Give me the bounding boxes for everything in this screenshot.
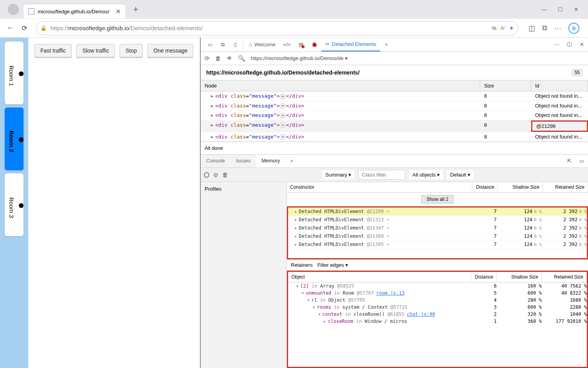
detached-icon: ✂ — [325, 41, 330, 47]
add-tab-button[interactable]: + — [380, 38, 393, 51]
constructor-row[interactable]: ▸Detached HTMLDivElement @21395 ✂71240 %… — [288, 240, 587, 249]
profiles-sidebar: Profiles — [201, 182, 287, 368]
new-tab-button[interactable]: + — [130, 3, 142, 16]
col-node[interactable]: Node — [201, 80, 480, 91]
tab-close-icon[interactable]: ✕ — [116, 8, 121, 15]
col-shallow[interactable]: Shallow Size — [498, 182, 543, 192]
constructor-row[interactable]: ▸Detached HTMLDivElement @21347 ✂71240 %… — [288, 224, 587, 232]
network-icon: ▤ — [299, 42, 303, 47]
devtools-help-icon[interactable]: ⓘ — [563, 38, 575, 51]
room-label: Room 3 — [8, 197, 15, 218]
maximize-button[interactable]: ☐ — [558, 6, 563, 13]
search-icon[interactable]: 🔍 — [238, 55, 245, 62]
tab-console[interactable]: Console — [201, 155, 230, 168]
retainers-wrap: Object Distance Shallow Size Retained Si… — [287, 271, 588, 368]
add-drawer-tab[interactable]: + — [285, 155, 298, 168]
trash-icon[interactable]: 🗑 — [215, 55, 221, 62]
room-button-2[interactable]: Room 2 — [5, 107, 24, 170]
minimize-button[interactable]: — — [541, 6, 547, 13]
col-retained-2[interactable]: Retained Size — [542, 272, 587, 282]
detached-table-body: ▸<div class="message">⋯</div>8Object not… — [201, 91, 588, 142]
slow-traffic-button[interactable]: Slow traffic — [76, 44, 115, 57]
tab-welcome[interactable]: ⌂ Welcome — [245, 38, 279, 51]
one-message-button[interactable]: One message — [147, 44, 193, 57]
fast-traffic-button[interactable]: Fast traffic — [34, 44, 72, 57]
more-menu-icon[interactable]: ⋯ — [554, 24, 561, 33]
status-dot — [19, 71, 24, 76]
retainer-row[interactable]: ▾context in closeRoom() @61855chat.js:90… — [288, 311, 587, 318]
col-shallow-2[interactable]: Shallow Size — [497, 272, 542, 282]
memory-right: Constructor Distance Shallow Size Retain… — [287, 182, 588, 368]
clear-icon[interactable]: ⊘ — [213, 171, 218, 179]
frame-selector[interactable]: https://microsoftedge.github.io/Demos/de — [251, 55, 348, 61]
url-bar[interactable]: 🔒 https://microsoftedge.github.io/Demos/… — [36, 21, 518, 35]
profile-avatar[interactable] — [8, 4, 19, 15]
col-id[interactable]: Id — [531, 80, 588, 91]
favorite-icon[interactable]: ★ — [509, 25, 514, 31]
dock-icon[interactable]: ▯ — [229, 38, 241, 51]
page-buttons: Fast traffic Slow traffic Stop One messa… — [34, 44, 194, 57]
table-row[interactable]: ▸<div class="message">⋯</div>8Object not… — [201, 111, 588, 120]
refresh-icon[interactable]: ⟳ — [205, 55, 210, 62]
gc-icon[interactable]: 🗑 — [222, 171, 228, 178]
elements-icon: </> — [283, 42, 291, 47]
class-filter-input[interactable] — [358, 170, 405, 180]
col-distance-2[interactable]: Distance — [471, 272, 497, 282]
col-distance[interactable]: Distance — [472, 182, 498, 192]
table-row[interactable]: ▸<div class="message">⋯</div>8@21299 — [201, 120, 588, 132]
col-constructor[interactable]: Constructor — [287, 182, 472, 192]
bing-button[interactable]: b — [568, 23, 579, 34]
retainer-row[interactable]: ▾rooms in system / Context @577153600 %2… — [288, 304, 587, 311]
default-select[interactable]: Default — [447, 170, 474, 179]
collections-icon[interactable]: ⧉ — [542, 24, 547, 32]
filter-edges-select[interactable]: Filter edges — [318, 262, 348, 268]
detached-table-header: Node Size Id — [201, 80, 588, 91]
retainer-row[interactable]: ▾r1 in Object @577054280 %1680 % — [288, 297, 587, 304]
shopping-icon[interactable]: 🛍 — [492, 25, 497, 31]
browser-tab[interactable]: microsoftedge.github.io/Demos/ ✕ — [24, 4, 125, 18]
table-row[interactable]: ▸<div class="message">⋯</div>8Object not… — [201, 132, 588, 142]
tab-title: microsoftedge.github.io/Demos/ — [38, 9, 112, 15]
col-size[interactable]: Size — [480, 80, 531, 91]
status-dot — [19, 203, 24, 208]
devtools-tabbar: ▭ ⧉ ▯ ⌂ Welcome </> ▤ 🐞 ✂ Detached Eleme… — [201, 38, 588, 52]
devtools-more-icon[interactable]: ⋯ — [550, 38, 563, 51]
tab-issues[interactable]: Issues — [230, 155, 256, 168]
table-row[interactable]: ▸<div class="message">⋯</div>8Object not… — [201, 101, 588, 111]
constructor-row[interactable]: ▸Detached HTMLDivElement @21299 ✂71240 %… — [288, 208, 587, 216]
tab-network[interactable]: ▤ — [295, 38, 307, 51]
all-objects-select[interactable]: All objects — [409, 170, 443, 179]
room-button-1[interactable]: Room 1 — [5, 42, 24, 104]
device-icon[interactable]: ⧉ — [216, 38, 229, 51]
tab-memory[interactable]: Memory — [256, 155, 285, 168]
constructor-row[interactable]: ▸Detached HTMLDivElement @21323 ✂71240 %… — [288, 216, 587, 224]
record-icon[interactable] — [204, 172, 209, 178]
constructor-row[interactable]: ▸Detached HTMLDivElement @21369 ✂71240 %… — [288, 232, 587, 240]
drawer-dock-icon[interactable]: ▭ — [575, 155, 588, 168]
titlebar: microsoftedge.github.io/Demos/ ✕ + — ☐ ✕ — [0, 0, 588, 19]
stop-button[interactable]: Stop — [120, 44, 143, 57]
retainer-row[interactable]: ▾unmounted in Room @57707room.js:135600 … — [288, 290, 587, 297]
tab-sources[interactable]: 🐞 — [307, 38, 321, 51]
devtools-close-icon[interactable]: ✕ — [575, 38, 588, 51]
retainer-row[interactable]: ▾[2] in Array @585256160 %40 7562 % — [288, 282, 587, 290]
room-button-3[interactable]: Room 3 — [5, 173, 24, 236]
memory-body: Profiles Constructor Distance Shallow Si… — [201, 182, 588, 368]
eye-icon[interactable]: 👁 — [227, 55, 232, 62]
refresh-button[interactable]: ⟳ — [17, 21, 31, 35]
col-retained[interactable]: Retained Size — [543, 182, 588, 192]
back-button[interactable]: ← — [3, 21, 17, 35]
close-window-button[interactable]: ✕ — [574, 6, 579, 13]
show-all-button[interactable]: Show all 2 — [421, 195, 453, 204]
retainer-row[interactable]: ▸closeRoom in Window / micros 1360 %177 … — [288, 318, 587, 325]
tab-detached-elements[interactable]: ✂ Detached Elements — [321, 38, 380, 51]
tab-elements[interactable]: </> — [279, 38, 295, 51]
split-screen-icon[interactable]: ◫ — [528, 24, 535, 33]
drawer-expand-icon[interactable]: ⇱ — [563, 155, 575, 168]
header-url: https://microsoftedge.github.io/Demos/de… — [206, 69, 359, 76]
inspect-icon[interactable]: ▭ — [204, 38, 216, 51]
summary-select[interactable]: Summary — [322, 170, 354, 179]
table-row[interactable]: ▸<div class="message">⋯</div>8Object not… — [201, 91, 588, 101]
col-object[interactable]: Object — [288, 272, 471, 282]
read-aloud-icon[interactable]: A⁾ — [501, 25, 505, 31]
